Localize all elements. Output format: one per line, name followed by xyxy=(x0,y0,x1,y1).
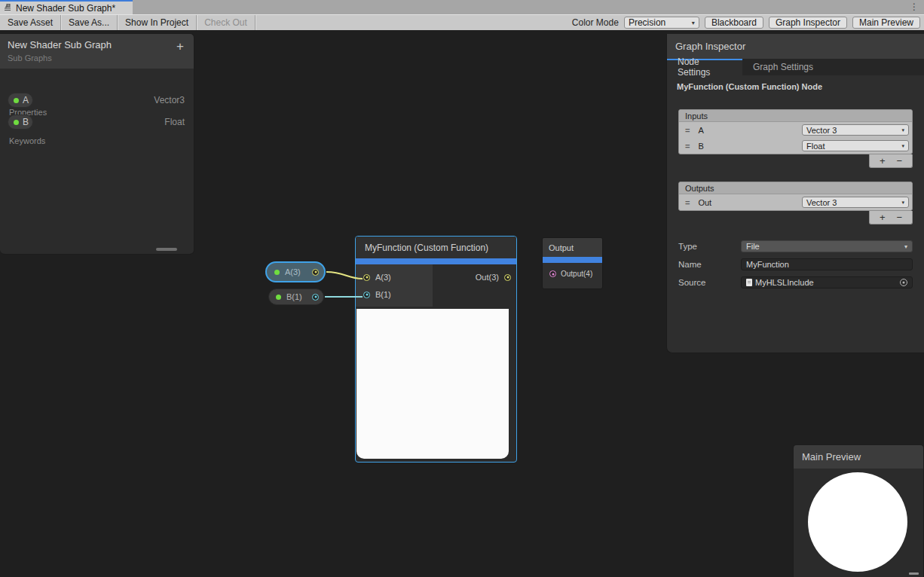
main-preview-toggle-button[interactable]: Main Preview xyxy=(852,17,920,29)
name-value: MyFunction xyxy=(746,260,789,269)
remove-input-button[interactable]: − xyxy=(897,155,903,167)
save-as-button[interactable]: Save As... xyxy=(61,15,118,30)
drag-handle-icon[interactable]: = xyxy=(685,198,690,207)
precision-color-bar xyxy=(543,257,602,263)
color-mode-value: Precision xyxy=(629,17,665,28)
tab-node-settings[interactable]: Node Settings xyxy=(667,59,742,75)
preview-sphere xyxy=(808,472,907,572)
name-field-row: Name MyFunction xyxy=(678,258,913,270)
drag-handle-icon[interactable]: = xyxy=(685,126,690,135)
keywords-section-label: Keywords xyxy=(9,136,45,145)
color-mode-label: Color Mode xyxy=(572,17,619,28)
tab-shader-sub-graph[interactable]: New Shader Sub Graph* xyxy=(0,0,133,14)
input-type-dropdown[interactable]: Float ▾ xyxy=(802,140,909,151)
chevron-down-icon: ▾ xyxy=(901,127,904,133)
add-property-button[interactable]: + xyxy=(176,39,184,54)
port-output-out[interactable] xyxy=(504,274,511,281)
object-picker-icon[interactable] xyxy=(900,279,907,286)
inputs-row-b[interactable]: = B Float ▾ xyxy=(679,138,912,154)
exposed-dot-icon xyxy=(276,295,281,300)
property-node-label: A(3) xyxy=(285,267,301,276)
add-output-button[interactable]: + xyxy=(880,212,886,224)
custom-function-node[interactable]: MyFunction (Custom Function) A(3) B(1) O… xyxy=(355,236,517,463)
source-value: MyHLSLInclude xyxy=(755,278,814,287)
chevron-down-icon: ▾ xyxy=(901,143,904,149)
chevron-down-icon: ▾ xyxy=(901,200,904,206)
save-asset-button[interactable]: Save Asset xyxy=(0,15,61,30)
property-pill-b[interactable]: B xyxy=(8,114,33,130)
property-row-b: B Float xyxy=(8,114,185,130)
window-menu-icon[interactable]: ⋮ xyxy=(910,1,919,14)
outputs-list-box: Outputs = Out Vector 3 ▾ xyxy=(678,182,913,211)
add-input-button[interactable]: + xyxy=(880,155,886,167)
node-settings-heading: MyFunction (Custom Function) Node xyxy=(677,82,822,91)
inputs-list-footer: + − xyxy=(869,154,913,168)
type-label: Type xyxy=(678,242,741,251)
toolbar-right: Color Mode Precision ▾ Blackboard Graph … xyxy=(572,17,924,29)
port-input-a[interactable] xyxy=(363,274,370,281)
type-field-row: Type File ▾ xyxy=(678,240,913,252)
drag-handle-icon[interactable]: = xyxy=(685,142,690,151)
input-name: B xyxy=(698,142,703,151)
input-type-dropdown[interactable]: Vector 3 ▾ xyxy=(802,124,909,136)
main-preview-panel: Main Preview xyxy=(793,444,924,577)
blackboard-toggle-button[interactable]: Blackboard xyxy=(705,17,763,29)
outputs-list: Outputs = Out Vector 3 ▾ + − xyxy=(678,182,913,224)
port-input-b[interactable] xyxy=(363,292,370,298)
tab-graph-settings[interactable]: Graph Settings xyxy=(742,59,824,75)
property-pill-a[interactable]: A xyxy=(8,93,33,108)
outputs-row-out[interactable]: = Out Vector 3 ▾ xyxy=(679,194,912,210)
blackboard-header[interactable]: New Shader Sub Graph Sub Graphs + xyxy=(0,34,194,69)
property-name: A xyxy=(23,95,29,105)
remove-output-button[interactable]: − xyxy=(897,212,903,224)
precision-color-bar xyxy=(356,258,516,264)
property-node-label: B(1) xyxy=(286,292,302,301)
color-mode-dropdown[interactable]: Precision ▾ xyxy=(624,17,699,29)
port-label: Output(4) xyxy=(561,270,592,278)
toolbar: Save Asset Save As... Show In Project Ch… xyxy=(0,14,924,30)
output-type-value: Vector 3 xyxy=(806,198,837,207)
name-input[interactable]: MyFunction xyxy=(741,258,913,270)
input-name: A xyxy=(698,126,703,135)
chevron-down-icon: ▾ xyxy=(692,20,695,26)
node-input-column xyxy=(356,264,433,307)
output-node[interactable]: Output Output(4) xyxy=(542,237,603,289)
main-preview-header[interactable]: Main Preview xyxy=(794,445,923,469)
property-type: Float xyxy=(164,117,185,127)
port-label: A(3) xyxy=(375,273,391,282)
blackboard-title: New Shader Sub Graph xyxy=(8,39,186,50)
file-icon xyxy=(746,279,752,286)
inspector-header[interactable]: Graph Inspector xyxy=(667,34,924,59)
main-preview-title: Main Preview xyxy=(802,451,861,463)
check-out-button: Check Out xyxy=(197,15,255,30)
property-row-a: A Vector3 xyxy=(8,93,185,108)
preview-resize-handle[interactable] xyxy=(909,572,919,575)
graph-inspector-toggle-button[interactable]: Graph Inspector xyxy=(769,17,847,29)
inputs-list-title: Inputs xyxy=(679,110,912,122)
port-a-output[interactable] xyxy=(312,269,319,276)
input-type-value: Float xyxy=(806,142,825,151)
tab-title: New Shader Sub Graph* xyxy=(16,3,115,14)
property-node-a[interactable]: A(3) xyxy=(265,261,326,282)
node-title: MyFunction (Custom Function) xyxy=(356,237,516,258)
property-node-b[interactable]: B(1) xyxy=(268,288,324,305)
port-output-4[interactable] xyxy=(549,270,556,277)
output-name: Out xyxy=(698,198,711,207)
node-title: Output xyxy=(543,238,602,257)
name-label: Name xyxy=(678,260,741,269)
exposed-dot-icon xyxy=(274,270,280,275)
chevron-down-icon: ▾ xyxy=(904,243,907,250)
inputs-row-a[interactable]: = A Vector 3 ▾ xyxy=(679,122,912,138)
inputs-list-box: Inputs = A Vector 3 ▾ = B Float ▾ xyxy=(678,109,913,154)
source-object-field[interactable]: MyHLSLInclude xyxy=(741,276,913,288)
tab-bar: New Shader Sub Graph* ⋮ xyxy=(0,0,924,14)
port-b-output[interactable] xyxy=(312,294,319,301)
port-label: Out(3) xyxy=(476,273,499,282)
show-in-project-button[interactable]: Show In Project xyxy=(118,15,197,30)
blackboard-resize-handle[interactable] xyxy=(156,248,177,251)
outputs-list-footer: + − xyxy=(869,211,913,224)
input-row-b: B(1) xyxy=(363,290,391,299)
output-type-dropdown[interactable]: Vector 3 ▾ xyxy=(802,197,909,208)
inspector-title: Graph Inspector xyxy=(675,41,745,52)
type-dropdown[interactable]: File ▾ xyxy=(741,240,913,252)
